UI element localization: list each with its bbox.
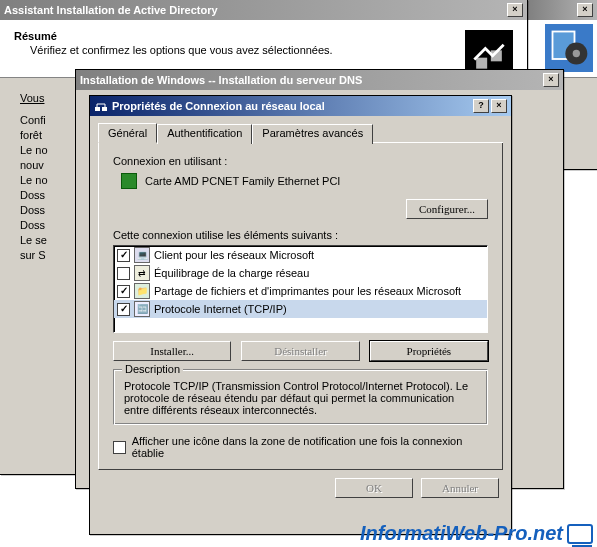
ad-banner-subtitle: Vérifiez et confirmez les options que vo… <box>30 44 333 56</box>
dns-titlebar: Installation de Windows -- Installation … <box>76 70 563 90</box>
tab-advanced[interactable]: Paramètres avancés <box>252 124 373 144</box>
tcpip-icon: 🈁 <box>134 301 150 317</box>
close-icon[interactable]: × <box>543 73 559 87</box>
description-legend: Description <box>122 363 183 375</box>
list-item-label: Partage de fichiers et d'imprimantes pou… <box>154 285 461 297</box>
checkbox[interactable] <box>117 285 130 298</box>
prop-title: Propriétés de Connexion au réseau local <box>112 100 325 112</box>
checkbox[interactable] <box>113 441 126 454</box>
svg-rect-4 <box>491 50 502 61</box>
properties-button[interactable]: Propriétés <box>370 341 488 361</box>
ad-titlebar: Assistant Installation de Active Directo… <box>0 0 527 20</box>
tab-auth[interactable]: Authentification <box>157 124 252 144</box>
conn-using-label: Connexion en utilisant : <box>113 155 488 167</box>
help-button[interactable]: ? <box>473 99 489 113</box>
install-button[interactable]: Installer... <box>113 341 231 361</box>
laptop-icon <box>567 524 593 544</box>
list-item-label: Client pour les réseaux Microsoft <box>154 249 314 261</box>
client-icon: 💻 <box>134 247 150 263</box>
description-text: Protocole TCP/IP (Transmission Control P… <box>124 380 477 416</box>
svg-rect-5 <box>95 107 100 111</box>
ad-banner-title: Résumé <box>14 30 57 42</box>
tab-strip: Général Authentification Paramètres avan… <box>98 122 503 143</box>
adapter-row: Carte AMD PCNET Family Ethernet PCI <box>121 173 488 189</box>
list-item[interactable]: 🈁 Protocole Internet (TCP/IP) <box>114 300 487 318</box>
adapter-name: Carte AMD PCNET Family Ethernet PCI <box>145 175 340 187</box>
tab-general[interactable]: Général <box>98 123 157 143</box>
checkbox[interactable] <box>117 303 130 316</box>
tray-icon-row[interactable]: Afficher une icône dans la zone de notif… <box>113 435 488 459</box>
network-icon <box>94 99 108 113</box>
svg-point-2 <box>573 50 580 57</box>
close-icon[interactable]: × <box>507 3 523 17</box>
components-listbox[interactable]: 💻 Client pour les réseaux Microsoft ⇄ Éq… <box>113 245 488 333</box>
prop-titlebar[interactable]: Propriétés de Connexion au réseau local … <box>90 96 511 116</box>
ad-title: Assistant Installation de Active Directo… <box>4 4 218 16</box>
svg-rect-6 <box>102 107 107 111</box>
watermark: InformatiWeb-Pro.net <box>360 522 593 545</box>
list-item-label: Protocole Internet (TCP/IP) <box>154 303 287 315</box>
description-group: Description Protocole TCP/IP (Transmissi… <box>113 369 488 425</box>
cd-shield-icon <box>545 24 593 72</box>
share-icon: 📁 <box>134 283 150 299</box>
configure-button[interactable]: Configurer... <box>406 199 488 219</box>
close-icon[interactable]: × <box>491 99 507 113</box>
list-item-label: Équilibrage de la charge réseau <box>154 267 309 279</box>
ok-button: OK <box>335 478 413 498</box>
list-item[interactable]: 📁 Partage de fichiers et d'imprimantes p… <box>114 282 487 300</box>
tab-panel-general: Connexion en utilisant : Carte AMD PCNET… <box>98 142 503 470</box>
cancel-button: Annuler <box>421 478 499 498</box>
tray-icon-label: Afficher une icône dans la zone de notif… <box>132 435 488 459</box>
checkbox[interactable] <box>117 267 130 280</box>
uses-label: Cette connexion utilise les éléments sui… <box>113 229 488 241</box>
nic-icon <box>121 173 137 189</box>
uninstall-button: Désinstaller <box>241 341 359 361</box>
svg-rect-3 <box>476 58 487 69</box>
dns-title: Installation de Windows -- Installation … <box>80 74 362 86</box>
checkbox[interactable] <box>117 249 130 262</box>
nlb-icon: ⇄ <box>134 265 150 281</box>
list-item[interactable]: 💻 Client pour les réseaux Microsoft <box>114 246 487 264</box>
watermark-text: InformatiWeb-Pro.net <box>360 522 563 545</box>
close-icon[interactable]: × <box>577 3 593 17</box>
bg-titlebar: × <box>528 0 597 20</box>
lan-properties-dialog: Propriétés de Connexion au réseau local … <box>89 95 512 535</box>
list-item[interactable]: ⇄ Équilibrage de la charge réseau <box>114 264 487 282</box>
